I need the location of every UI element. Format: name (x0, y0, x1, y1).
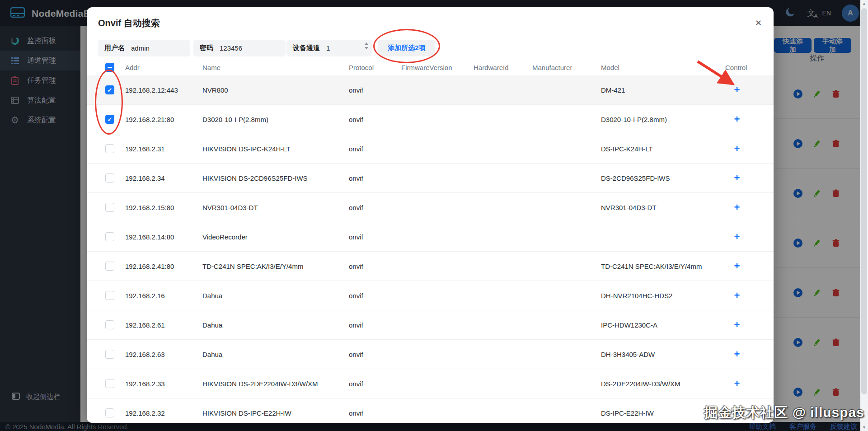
device-channel-value: 1 (326, 44, 330, 52)
row-name: VideoRecorder (202, 233, 248, 241)
col-model: Model (601, 64, 619, 71)
username-field[interactable]: 用户名 admin (98, 40, 190, 56)
row-protocol: onvif (349, 351, 363, 358)
add-device-plus-icon[interactable]: + (734, 378, 740, 389)
password-value: 123456 (220, 44, 242, 52)
row-name: HIKVISION DS-IPC-K24H-LT (202, 145, 291, 153)
table-row[interactable]: 192.168.2.21:80 D3020-10-I-P(2.8mm) onvi… (87, 105, 774, 134)
add-device-plus-icon[interactable]: + (734, 260, 740, 272)
stepper-arrows[interactable] (365, 42, 368, 49)
table-row[interactable]: 192.168.2.16 Dahua onvif DH-NVR2104HC-HD… (87, 281, 774, 310)
row-name: Dahua (202, 351, 222, 358)
row-name: HIKVISION DS-2DE2204IW-D3/W/XM (202, 380, 318, 388)
table-row[interactable]: 192.168.2.41:80 TD-C241N SPEC:AK/I3/E/Y/… (87, 252, 774, 281)
scrollbar-thumb[interactable] (861, 8, 867, 394)
row-name: NVR301-04D3-DT (202, 204, 258, 211)
row-protocol: onvif (349, 86, 363, 94)
row-addr: 192.168.2.32 (125, 409, 165, 417)
scrollbar-up-icon[interactable]: ▲ (860, 0, 868, 7)
modal-title: Onvif 自动搜索 (98, 17, 160, 29)
table-row[interactable]: 192.168.2.14:80 VideoRecorder onvif + (87, 222, 774, 252)
row-addr: 192.168.2.12:443 (125, 86, 178, 94)
row-addr: 192.168.2.63 (125, 351, 165, 358)
row-protocol: onvif (349, 233, 363, 241)
table-row[interactable]: 192.168.2.32 HIKVISION DS-IPC-E22H-IW on… (87, 398, 774, 423)
row-checkbox[interactable] (105, 291, 114, 300)
table-row[interactable]: 192.168.2.34 HIKVISION DS-2CD96S25FD-IWS… (87, 164, 774, 193)
row-protocol: onvif (349, 409, 363, 417)
add-device-plus-icon[interactable]: + (734, 231, 740, 242)
onvif-search-modal: Onvif 自动搜索 ✕ 用户名 admin 密码 123456 设备通道 1 … (87, 7, 774, 423)
row-addr: 192.168.2.15:80 (125, 204, 174, 211)
close-icon[interactable]: ✕ (755, 18, 762, 28)
row-checkbox[interactable] (105, 379, 114, 388)
table-row[interactable]: 192.168.2.63 Dahua onvif DH-3H3405-ADW + (87, 340, 774, 369)
page-scrollbar[interactable]: ▲ ▼ (860, 0, 868, 431)
row-addr: 192.168.2.61 (125, 321, 165, 329)
table-row[interactable]: 192.168.2.31 HIKVISION DS-IPC-K24H-LT on… (87, 134, 774, 164)
username-value: admin (131, 44, 150, 52)
add-device-plus-icon[interactable]: + (734, 113, 740, 125)
device-channel-stepper[interactable]: 设备通道 1 (286, 40, 372, 56)
stepper-down-icon[interactable] (365, 47, 368, 49)
row-protocol: onvif (349, 262, 363, 270)
row-protocol: onvif (349, 321, 363, 329)
row-addr: 192.168.2.16 (125, 292, 165, 300)
row-checkbox[interactable] (105, 232, 114, 241)
add-device-plus-icon[interactable]: + (734, 319, 740, 330)
device-table-header: Addr Name Protocol FirmwareVersion Hardw… (87, 59, 774, 75)
col-hardware: HardwareId (474, 64, 509, 71)
row-addr: 192.168.2.14:80 (125, 233, 174, 241)
table-row[interactable]: 192.168.2.33 HIKVISION DS-2DE2204IW-D3/W… (87, 369, 774, 398)
add-device-plus-icon[interactable]: + (734, 172, 740, 183)
row-model: DH-NVR2104HC-HDS2 (601, 292, 672, 300)
row-addr: 192.168.2.31 (125, 145, 165, 153)
add-device-plus-icon[interactable]: + (734, 407, 740, 418)
row-checkbox[interactable] (105, 203, 114, 212)
add-selected-button[interactable]: 添加所选2项 (378, 40, 435, 56)
row-checkbox[interactable] (105, 262, 114, 271)
row-addr: 192.168.2.41:80 (125, 262, 174, 270)
row-checkbox[interactable] (105, 144, 114, 153)
device-table-body: 192.168.2.12:443 NVR800 onvif DM-421 + 1… (87, 75, 774, 423)
row-checkbox[interactable] (105, 320, 114, 329)
row-addr: 192.168.2.34 (125, 174, 165, 182)
row-name: TD-C241N SPEC:AK/I3/E/Y/4mm (202, 262, 303, 270)
col-control: Control (725, 64, 749, 71)
row-model: DM-421 (601, 86, 625, 94)
row-checkbox[interactable] (105, 173, 114, 183)
row-model: DS-2CD96S25FD-IWS (601, 174, 670, 182)
row-checkbox[interactable] (105, 115, 114, 124)
row-protocol: onvif (349, 292, 363, 300)
app-window: NodeMediaEdge 文A EN A (0, 0, 868, 431)
add-device-plus-icon[interactable]: + (734, 348, 740, 360)
row-name: Dahua (202, 321, 222, 329)
row-checkbox[interactable] (105, 408, 114, 417)
row-model: DS-2DE2204IW-D3/W/XM (601, 380, 680, 388)
add-device-plus-icon[interactable]: + (734, 143, 740, 154)
row-model: D3020-10-I-P(2.8mm) (601, 116, 667, 123)
add-device-plus-icon[interactable]: + (734, 201, 740, 213)
password-field[interactable]: 密码 123456 (193, 40, 286, 56)
row-model: DS-IPC-E22H-IW (601, 409, 654, 417)
table-row[interactable]: 192.168.2.61 Dahua onvif IPC-HDW1230C-A … (87, 310, 774, 340)
col-protocol: Protocol (349, 64, 374, 71)
row-name: NVR800 (202, 86, 228, 94)
select-all-checkbox[interactable] (105, 63, 114, 72)
password-label: 密码 (200, 44, 213, 52)
row-protocol: onvif (349, 174, 363, 182)
row-protocol: onvif (349, 204, 363, 211)
table-row[interactable]: 192.168.2.12:443 NVR800 onvif DM-421 + (87, 75, 774, 105)
col-name: Name (202, 64, 221, 71)
row-checkbox[interactable] (105, 350, 114, 359)
row-name: Dahua (202, 292, 222, 300)
scrollbar-down-icon[interactable]: ▼ (860, 424, 868, 431)
stepper-up-icon[interactable] (365, 42, 368, 45)
row-checkbox[interactable] (105, 85, 114, 94)
username-label: 用户名 (104, 44, 125, 52)
row-model: DS-IPC-K24H-LT (601, 145, 653, 153)
add-device-plus-icon[interactable]: + (734, 84, 740, 95)
add-device-plus-icon[interactable]: + (734, 290, 740, 301)
table-row[interactable]: 192.168.2.15:80 NVR301-04D3-DT onvif NVR… (87, 193, 774, 222)
row-name: HIKVISION DS-2CD96S25FD-IWS (202, 174, 308, 182)
